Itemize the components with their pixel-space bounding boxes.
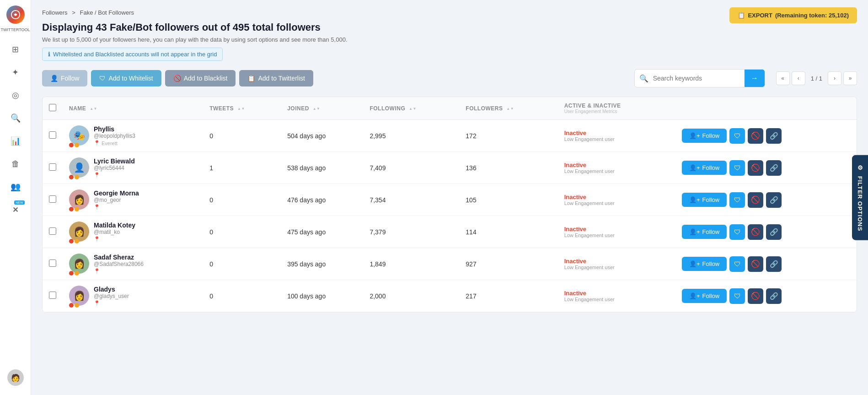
col-joined: JOINED ▲▼	[281, 97, 363, 120]
tweets-sort-icon[interactable]: ▲▼	[237, 107, 245, 111]
sidebar-item-target[interactable]: ◎	[5, 85, 26, 105]
joined-sort-icon[interactable]: ▲▼	[313, 107, 321, 111]
next-page-button[interactable]: ›	[828, 71, 841, 85]
engagement-desc: Low Engagement user	[564, 265, 669, 270]
main-content: 📋 EXPORT (Remaining token: 25,102) Follo…	[31, 0, 868, 395]
dot-orange	[75, 175, 79, 179]
add-to-twitterlist-button[interactable]: 📋 Add to Twitterlist	[239, 70, 313, 87]
sidebar-item-twitter-x[interactable]: ✕	[5, 200, 26, 220]
row-block-button[interactable]: 🚫	[748, 160, 763, 176]
search-go-button[interactable]: →	[745, 69, 765, 87]
add-to-whitelist-button[interactable]: 🛡 Add to Whitelist	[91, 70, 161, 87]
shield-icon: 🛡	[734, 132, 741, 140]
followers-sort-icon[interactable]: ▲▼	[506, 107, 514, 111]
app-logo[interactable]	[6, 5, 25, 24]
row-shield-button[interactable]: 🛡	[729, 224, 745, 240]
row-shield-button[interactable]: 🛡	[729, 192, 745, 208]
engagement-cell: Inactive Low Engagement user	[558, 248, 675, 280]
link-icon: 🔗	[770, 164, 778, 172]
col-following: FOLLOWING ▲▼	[363, 97, 459, 120]
sidebar-item-users[interactable]: 👥	[5, 177, 26, 197]
export-button[interactable]: 📋 EXPORT (Remaining token: 25,102)	[729, 7, 857, 23]
row-block-button[interactable]: 🚫	[748, 288, 763, 304]
export-token: (Remaining token: 25,102)	[775, 12, 849, 19]
row-checkbox[interactable]	[49, 260, 56, 267]
row-link-button[interactable]: 🔗	[766, 288, 782, 304]
tweets-cell: 1	[203, 152, 281, 184]
row-link-button[interactable]: 🔗	[766, 256, 782, 272]
filter-options-sidebar[interactable]: ⚙ FILTER OPTIONS	[852, 155, 868, 240]
dot-red	[69, 207, 74, 211]
row-checkbox-cell	[43, 152, 63, 184]
row-follow-button[interactable]: 👤+ Follow	[682, 129, 727, 143]
sidebar-item-search[interactable]: 🔍	[5, 108, 26, 128]
info-text: Whitelisted and Blacklisted accounts wil…	[53, 51, 217, 58]
location-icon: 📍	[94, 172, 100, 178]
sidebar-item-trash[interactable]: 🗑	[5, 154, 26, 174]
row-shield-button[interactable]: 🛡	[729, 128, 745, 144]
trash-icon: 🗑	[11, 159, 20, 169]
search-icon: 🔍	[635, 74, 653, 83]
filter-options-label: FILTER OPTIONS	[857, 176, 863, 231]
col-tweets: TWEETS ▲▼	[203, 97, 281, 120]
twitter-x-icon: ✕	[12, 206, 18, 214]
pagination: « ‹ 1 / 1 › »	[776, 71, 857, 85]
row-link-button[interactable]: 🔗	[766, 128, 782, 144]
row-follow-button[interactable]: 👤+ Follow	[682, 225, 727, 239]
add-to-blacklist-button[interactable]: 🚫 Add to Blacklist	[165, 70, 236, 87]
engagement-status: Inactive	[564, 162, 669, 168]
search-input[interactable]	[653, 75, 745, 82]
row-block-button[interactable]: 🚫	[748, 256, 763, 272]
info-icon: ℹ	[48, 51, 50, 58]
col-name: NAME ▲▼	[63, 97, 203, 120]
row-link-button[interactable]: 🔗	[766, 192, 782, 208]
col-active-inactive: ACTIVE & INACTIVE User Engagement Metric…	[558, 97, 675, 120]
row-shield-button[interactable]: 🛡	[729, 160, 745, 176]
row-block-button[interactable]: 🚫	[748, 192, 763, 208]
row-follow-button[interactable]: 👤+ Follow	[682, 257, 727, 271]
actions-cell: 👤+ Follow 🛡 🚫 🔗	[675, 280, 857, 312]
dot-orange	[75, 271, 79, 276]
row-shield-button[interactable]: 🛡	[729, 256, 745, 272]
whitelist-label: Add to Whitelist	[108, 75, 153, 82]
row-follow-button[interactable]: 👤+ Follow	[682, 289, 727, 303]
row-follow-button[interactable]: 👤+ Follow	[682, 193, 727, 207]
first-page-button[interactable]: «	[776, 71, 790, 85]
avatar[interactable]: 🧑	[7, 369, 24, 386]
row-follow-button[interactable]: 👤+ Follow	[682, 161, 727, 175]
row-link-button[interactable]: 🔗	[766, 224, 782, 240]
location-icon: 📍	[94, 300, 100, 306]
export-label: EXPORT	[748, 12, 772, 19]
select-all-checkbox[interactable]	[49, 104, 56, 111]
last-page-button[interactable]: »	[843, 71, 857, 85]
blacklist-icon: 🚫	[173, 75, 181, 82]
analytics-icon: ✦	[12, 67, 19, 77]
row-checkbox[interactable]	[49, 163, 56, 171]
follow-button[interactable]: 👤 Follow	[42, 70, 87, 87]
following-sort-icon[interactable]: ▲▼	[409, 107, 417, 111]
row-link-button[interactable]: 🔗	[766, 160, 782, 176]
app-name: TWITTERTOOL	[0, 27, 30, 32]
prev-page-button[interactable]: ‹	[792, 71, 805, 85]
sidebar-item-analytics[interactable]: ✦	[5, 62, 26, 82]
row-checkbox[interactable]	[49, 131, 56, 139]
row-checkbox[interactable]	[49, 195, 56, 203]
block-icon: 🚫	[751, 131, 760, 140]
row-block-button[interactable]: 🚫	[748, 128, 763, 144]
sidebar-item-dashboard[interactable]: ⊞	[5, 39, 26, 60]
export-icon: 📋	[738, 12, 745, 19]
link-icon: 🔗	[770, 196, 778, 204]
row-checkbox[interactable]	[49, 292, 56, 299]
dot-red	[69, 303, 74, 308]
sidebar-item-stats[interactable]: 📊	[5, 131, 26, 151]
row-checkbox[interactable]	[49, 227, 56, 235]
row-shield-button[interactable]: 🛡	[729, 288, 745, 304]
table-row: 👩 Matilda Kotey @matil_ko 📍 0 475 days a…	[43, 216, 857, 248]
table-row: 👤 Lyric Biewald @lyric56444 📍 1 538 days…	[43, 152, 857, 184]
name-sort-icon[interactable]: ▲▼	[90, 107, 97, 111]
row-block-button[interactable]: 🚫	[748, 224, 763, 240]
location-icon: 📍	[94, 140, 100, 146]
breadcrumb-parent[interactable]: Followers	[42, 9, 68, 16]
col-actions	[675, 97, 857, 120]
engagement-desc: Low Engagement user	[564, 200, 669, 206]
